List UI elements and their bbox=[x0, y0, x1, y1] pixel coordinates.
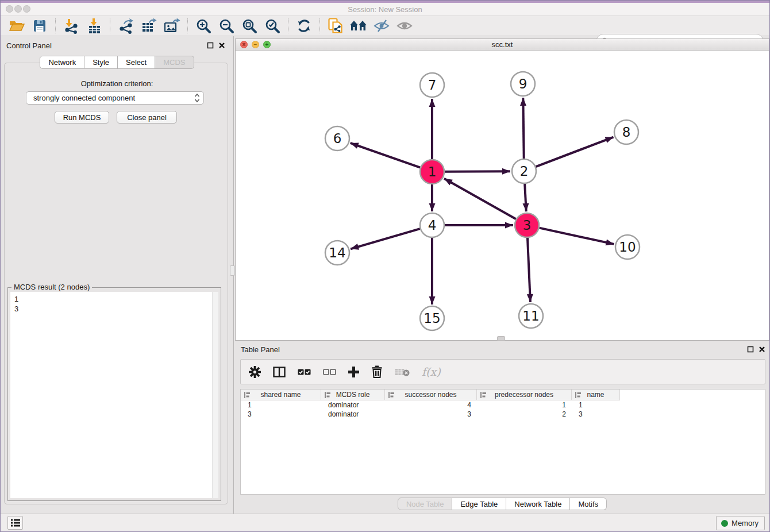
memory-button[interactable]: Memory bbox=[716, 516, 765, 530]
first-neighbors-button[interactable] bbox=[347, 17, 370, 35]
float-panel-icon[interactable] bbox=[207, 42, 214, 49]
cell-mcds-role[interactable]: dominator bbox=[321, 410, 385, 419]
table-row[interactable]: 3dominator323 bbox=[241, 410, 765, 419]
sort-icon bbox=[244, 392, 250, 398]
list-icon bbox=[11, 519, 20, 527]
tab-style[interactable]: Style bbox=[84, 56, 118, 69]
edge-3-10[interactable] bbox=[539, 228, 614, 244]
cell-shared-name[interactable]: 1 bbox=[241, 400, 321, 410]
close-panel-icon[interactable] bbox=[218, 42, 225, 49]
tab-network-table[interactable]: Network Table bbox=[506, 498, 570, 510]
float-table-panel-icon[interactable] bbox=[747, 346, 754, 353]
zoom-fit-button[interactable] bbox=[238, 17, 261, 35]
graph-node-label-11: 11 bbox=[522, 309, 539, 323]
column-header-name[interactable]: name bbox=[572, 390, 620, 400]
graph-node-label-7: 7 bbox=[428, 78, 437, 92]
deselect-all-icon[interactable] bbox=[323, 368, 336, 376]
canvas-splitter-grip[interactable] bbox=[497, 336, 505, 341]
save-session-button[interactable] bbox=[28, 17, 51, 35]
zoom-selected-button[interactable] bbox=[261, 17, 284, 35]
edge-2-3[interactable] bbox=[525, 184, 526, 211]
network-canvas[interactable]: 7968124314101511 bbox=[236, 51, 769, 340]
sort-icon bbox=[388, 392, 394, 398]
memory-status-icon bbox=[721, 520, 728, 527]
status-bar: Memory bbox=[1, 514, 769, 531]
open-session-button[interactable] bbox=[5, 17, 28, 35]
tab-edge-table[interactable]: Edge Table bbox=[452, 498, 506, 510]
table-panel-tabs: Node TableEdge TableNetwork TableMotifs bbox=[235, 498, 769, 510]
export-table-button[interactable] bbox=[137, 17, 160, 35]
tab-motifs[interactable]: Motifs bbox=[570, 498, 607, 510]
import-network-icon bbox=[63, 18, 79, 34]
edge-1-2[interactable] bbox=[445, 171, 510, 172]
cell-shared-name[interactable]: 3 bbox=[241, 410, 321, 419]
optimization-criterion-label: Optimization criterion: bbox=[1, 79, 233, 88]
mcds-result-scrollbar[interactable] bbox=[212, 292, 218, 498]
column-browser-icon[interactable] bbox=[273, 367, 286, 377]
column-header-predecessor-nodes[interactable]: predecessor nodes bbox=[477, 390, 572, 400]
control-panel-title: Control Panel bbox=[6, 41, 52, 50]
zoom-selected-icon bbox=[265, 18, 280, 34]
run-mcds-button[interactable]: Run MCDS bbox=[55, 111, 109, 124]
function-builder-icon[interactable]: f(x) bbox=[422, 365, 441, 378]
refresh-icon bbox=[297, 18, 311, 33]
delete-column-trash-icon[interactable] bbox=[371, 365, 383, 378]
zoom-out-button[interactable] bbox=[215, 17, 238, 35]
edge-2-9[interactable] bbox=[523, 98, 523, 159]
show-all-button[interactable] bbox=[393, 17, 416, 35]
cell-successor-nodes[interactable]: 3 bbox=[385, 410, 477, 419]
import-table-button[interactable] bbox=[83, 17, 106, 35]
network-window-title: scc.txt bbox=[236, 40, 769, 49]
select-all-icon[interactable] bbox=[298, 368, 311, 376]
cell-successor-nodes[interactable]: 4 bbox=[385, 400, 477, 410]
column-header-successor-nodes[interactable]: successor nodes bbox=[385, 390, 477, 400]
criterion-dropdown[interactable]: strongly connected component bbox=[26, 91, 204, 105]
graph-node-label-3: 3 bbox=[523, 218, 532, 233]
hide-selected-button[interactable] bbox=[370, 17, 393, 35]
tab-select[interactable]: Select bbox=[118, 56, 155, 69]
window-titlebar: Session: New Session bbox=[1, 3, 769, 16]
column-header-shared-name[interactable]: shared name bbox=[241, 390, 321, 400]
graph-node-label-4: 4 bbox=[428, 218, 437, 233]
cell-name[interactable]: 3 bbox=[572, 410, 620, 419]
duplicate-network-button[interactable] bbox=[324, 17, 347, 35]
close-table-panel-icon[interactable] bbox=[759, 346, 765, 353]
column-header-mcds-role[interactable]: MCDS role bbox=[321, 390, 385, 400]
import-table-icon bbox=[86, 18, 102, 34]
cell-name[interactable]: 1 bbox=[572, 400, 620, 410]
delete-table-icon[interactable] bbox=[395, 367, 410, 377]
mcds-result-title: MCDS result (2 nodes) bbox=[11, 283, 92, 291]
edge-4-14[interactable] bbox=[351, 229, 420, 249]
column-header-label: successor nodes bbox=[405, 391, 456, 399]
tab-mcds[interactable]: MCDS bbox=[155, 56, 194, 69]
task-history-button[interactable] bbox=[7, 516, 23, 530]
column-header-label: shared name bbox=[260, 391, 301, 399]
cell-predecessor-nodes[interactable]: 1 bbox=[477, 400, 572, 410]
mcds-result-list[interactable]: 1 3 bbox=[10, 292, 218, 498]
memory-label: Memory bbox=[732, 519, 759, 527]
edge-1-6[interactable] bbox=[351, 143, 421, 168]
graph-node-label-2: 2 bbox=[520, 164, 529, 179]
edge-2-8[interactable] bbox=[536, 137, 614, 167]
zoom-in-button[interactable] bbox=[192, 17, 215, 35]
table-settings-gear-icon[interactable] bbox=[249, 366, 261, 378]
graph-node-label-6: 6 bbox=[333, 131, 342, 146]
table-toolbar: f(x) bbox=[240, 359, 765, 384]
edge-3-1[interactable] bbox=[444, 179, 516, 219]
table-row[interactable]: 1dominator411 bbox=[241, 400, 765, 410]
tab-network[interactable]: Network bbox=[40, 56, 84, 69]
network-graph[interactable]: 7968124314101511 bbox=[236, 51, 769, 340]
cell-mcds-role[interactable]: dominator bbox=[321, 400, 385, 410]
panel-divider-grip[interactable] bbox=[230, 265, 235, 276]
refresh-button[interactable] bbox=[292, 17, 315, 35]
add-column-icon[interactable] bbox=[348, 367, 359, 377]
cell-predecessor-nodes[interactable]: 2 bbox=[477, 410, 572, 419]
export-image-button[interactable] bbox=[160, 17, 183, 35]
export-network-button[interactable] bbox=[114, 17, 137, 35]
window-title: Session: New Session bbox=[1, 5, 769, 14]
close-panel-label: Close panel bbox=[127, 113, 167, 122]
edge-3-11[interactable] bbox=[528, 238, 530, 302]
import-network-button[interactable] bbox=[60, 17, 83, 35]
tab-node-table[interactable]: Node Table bbox=[398, 498, 453, 510]
close-panel-button[interactable]: Close panel bbox=[117, 111, 177, 124]
